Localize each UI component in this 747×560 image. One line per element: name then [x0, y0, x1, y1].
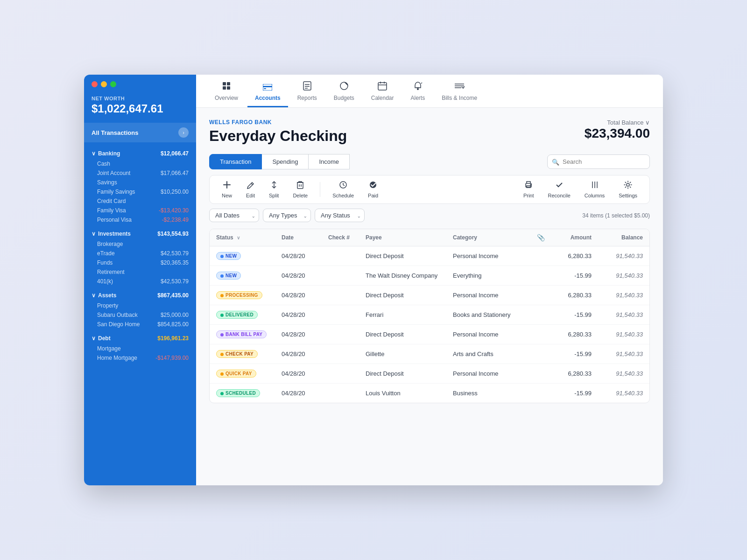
col-header-payee[interactable]: Payee — [359, 229, 446, 246]
nav-reports-label: Reports — [297, 95, 317, 101]
sidebar-item-savings[interactable]: Savings — [84, 178, 196, 187]
table-row[interactable]: NEW 04/28/20 Direct Deposit Personal Inc… — [210, 246, 649, 266]
table-row[interactable]: PROCESSING 04/28/20 Direct Deposit Perso… — [210, 286, 649, 305]
print-button[interactable]: Print — [517, 178, 541, 201]
date-cell: 04/28/20 — [275, 364, 322, 384]
paid-button[interactable]: Paid — [361, 178, 385, 201]
minimize-button[interactable] — [101, 81, 107, 87]
reconcile-button[interactable]: Reconcile — [542, 178, 577, 201]
payee-cell: Ferrari — [359, 305, 446, 325]
sidebar-item-etrade[interactable]: eTrade$42,530.79 — [84, 249, 196, 258]
sidebar-item-joint-account[interactable]: Joint Account$17,066.47 — [84, 168, 196, 178]
maximize-button[interactable] — [110, 81, 116, 87]
sidebar-item-family-savings[interactable]: Family Savings$10,250.00 — [84, 187, 196, 196]
sidebar-item-cash[interactable]: Cash — [84, 159, 196, 168]
table-row[interactable]: QUICK PAY 04/28/20 Direct Deposit Person… — [210, 364, 649, 384]
col-header-status[interactable]: Status ∨ — [210, 229, 275, 246]
sidebar-item-family-visa[interactable]: Family Visa-$13,420.30 — [84, 206, 196, 215]
amount-cell: 6,280.33 — [551, 246, 598, 266]
status-cell: CHECK PAY — [210, 344, 275, 364]
amount-cell: -15.99 — [551, 344, 598, 364]
close-button[interactable] — [92, 81, 98, 87]
col-header-date[interactable]: Date — [275, 229, 322, 246]
status-dot — [220, 372, 224, 376]
sidebar-section-debt-header[interactable]: ∨ Debt $196,961.23 — [84, 333, 196, 344]
attach-cell — [530, 364, 551, 384]
sidebar: NET WORTH $1,022,647.61 All Transactions… — [84, 75, 196, 485]
check-cell — [322, 266, 359, 286]
sidebar-item-retirement[interactable]: Retirement — [84, 267, 196, 277]
table-row[interactable]: BANK BILL PAY 04/28/20 Direct Deposit Pe… — [210, 325, 649, 344]
sidebar-section-debt: ∨ Debt $196,961.23 Mortgage Home Mortgag… — [84, 331, 196, 364]
status-dot — [220, 353, 224, 356]
sidebar-item-brokerage[interactable]: Brokerage — [84, 239, 196, 249]
nav-item-accounts[interactable]: Accounts — [247, 77, 288, 107]
sidebar-section-investments-header[interactable]: ∨ Investments $143,554.93 — [84, 228, 196, 239]
status-badge: CHECK PAY — [216, 350, 258, 358]
schedule-button[interactable]: Schedule — [326, 178, 360, 201]
amount-cell: 6,280.33 — [551, 364, 598, 384]
col-header-check[interactable]: Check # — [322, 229, 359, 246]
sidebar-item-mortgage[interactable]: Mortgage — [84, 344, 196, 353]
table-row[interactable]: DELIVERED 04/28/20 Ferrari Books and Sta… — [210, 305, 649, 325]
status-filter[interactable]: Any Status New Processing Delivered Sche… — [315, 209, 365, 222]
sidebar-section-assets-header[interactable]: ∨ Assets $867,435.00 — [84, 290, 196, 301]
payee-cell: Direct Deposit — [359, 286, 446, 305]
toolbar-right: Print Reconcile Columns — [517, 178, 644, 201]
nav-item-reports[interactable]: Reports — [290, 75, 324, 107]
attach-cell — [530, 246, 551, 266]
status-dot — [220, 274, 224, 278]
tab-spending[interactable]: Spending — [262, 154, 309, 169]
sidebar-item-funds[interactable]: Funds$20,365.35 — [84, 258, 196, 267]
sidebar-item-subaru[interactable]: Subaru Outback$25,000.00 — [84, 310, 196, 320]
table-row[interactable]: NEW 04/28/20 The Walt Disney Company Eve… — [210, 266, 649, 286]
all-transactions-item[interactable]: All Transactions › — [84, 123, 196, 142]
nav-alerts-label: Alerts — [410, 95, 425, 101]
check-cell — [322, 246, 359, 266]
transactions-table: Status ∨ Date Check # Payee Category 📎 A… — [209, 229, 650, 403]
columns-button[interactable]: Columns — [578, 178, 611, 201]
nav-item-budgets[interactable]: Budgets — [326, 75, 362, 107]
sidebar-item-credit-card[interactable]: Credit Card — [84, 196, 196, 206]
tab-income[interactable]: Income — [309, 154, 350, 169]
svg-rect-5 — [263, 86, 272, 87]
sidebar-item-san-diego-home[interactable]: San Diego Home$854,825.00 — [84, 320, 196, 329]
col-header-balance[interactable]: Balance — [598, 229, 649, 246]
table-row[interactable]: SCHEDULED 04/28/20 Louis Vuitton Busines… — [210, 384, 649, 403]
edit-button[interactable]: Edit — [240, 178, 261, 201]
new-label: New — [222, 193, 232, 198]
status-badge: DELIVERED — [216, 311, 258, 319]
tab-transaction[interactable]: Transaction — [209, 154, 262, 169]
account-balance-block: Total Balance ∨ $23,394.00 — [585, 119, 650, 141]
col-header-amount[interactable]: Amount — [551, 229, 598, 246]
sidebar-item-personal-visa[interactable]: Personal Visa-$2,238.49 — [84, 215, 196, 224]
new-button[interactable]: New — [215, 178, 239, 201]
sidebar-item-property[interactable]: Property — [84, 301, 196, 310]
sidebar-item-home-mortgage[interactable]: Home Mortgage-$147,939.00 — [84, 353, 196, 363]
amount-cell: 6,280.33 — [551, 286, 598, 305]
edit-label: Edit — [246, 193, 255, 198]
nav-item-overview[interactable]: Overview — [207, 75, 246, 107]
category-cell: Books and Stationery — [446, 305, 530, 325]
table-row[interactable]: CHECK PAY 04/28/20 Gillette Arts and Cra… — [210, 344, 649, 364]
col-header-category[interactable]: Category — [446, 229, 530, 246]
settings-button[interactable]: Settings — [612, 178, 644, 201]
tabs-row: Transaction Spending Income 🔍 — [209, 154, 650, 169]
status-cell: DELIVERED — [210, 305, 275, 325]
split-button[interactable]: Split — [262, 178, 285, 201]
amount-cell: -15.99 — [551, 305, 598, 325]
nav-item-bills[interactable]: Bills & Income — [434, 75, 485, 107]
sidebar-section-banking-header[interactable]: ∨ Banking $12,066.47 — [84, 148, 196, 159]
delete-button[interactable]: Delete — [286, 178, 314, 201]
search-input[interactable] — [547, 154, 650, 169]
settings-icon — [624, 181, 632, 191]
balance-cell: 91,540.33 — [598, 286, 649, 305]
nav-item-alerts[interactable]: Alerts — [403, 75, 432, 107]
payee-cell: The Walt Disney Company — [359, 266, 446, 286]
date-filter[interactable]: All Dates This Month Last Month This Yea… — [209, 209, 259, 222]
type-filter[interactable]: Any Types Income Expense Transfer — [263, 209, 311, 222]
svg-rect-12 — [378, 83, 387, 90]
nav-item-calendar[interactable]: Calendar — [364, 75, 402, 107]
sidebar-item-401k[interactable]: 401(k)$42,530.79 — [84, 277, 196, 286]
attach-cell — [530, 305, 551, 325]
